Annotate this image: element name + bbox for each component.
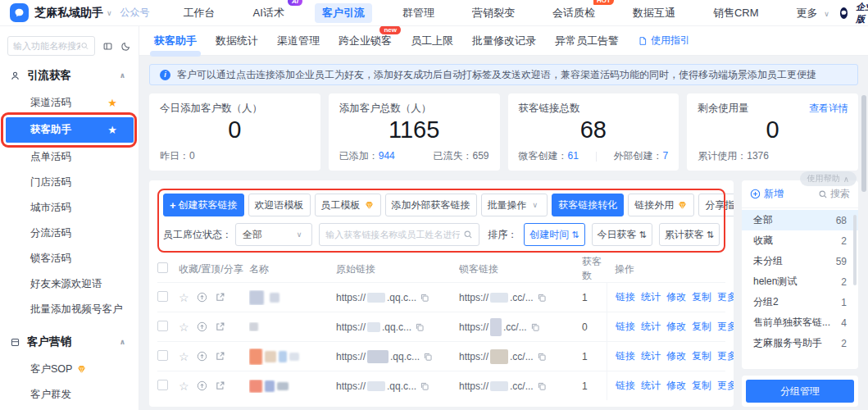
action-link[interactable]: 链接	[616, 349, 635, 363]
group-list-scrollbar[interactable]	[853, 215, 857, 285]
brand-caret-icon[interactable]: ∨	[107, 9, 112, 17]
sidebar-item-city-live-code[interactable]: 城市活码	[0, 195, 139, 221]
copy-icon[interactable]	[415, 322, 425, 332]
action-link[interactable]: 链接	[616, 320, 635, 334]
nav-item-ai-script[interactable]: AI话术AI	[246, 3, 292, 23]
action-edit[interactable]: 修改	[666, 379, 686, 393]
sidebar-item-lock-live-code[interactable]: 锁客活码	[0, 246, 139, 271]
favorite-star-icon[interactable]: ☆	[179, 380, 189, 392]
pin-top-icon[interactable]	[197, 351, 207, 362]
pin-top-icon[interactable]	[197, 380, 207, 391]
share-icon[interactable]	[215, 380, 225, 391]
copy-icon[interactable]	[420, 381, 429, 391]
row-checkbox[interactable]	[157, 321, 168, 331]
group-manage-button[interactable]: 分组管理	[746, 380, 854, 403]
section-lead-acquisition[interactable]: 引流获客 ∧	[0, 56, 139, 90]
action-stats[interactable]: 统计	[641, 379, 661, 393]
group-item-helen-test[interactable]: helen测试2	[742, 271, 858, 292]
action-link[interactable]: 链接	[616, 379, 635, 393]
sidebar-search-input[interactable]	[13, 41, 80, 51]
action-copy[interactable]: 复制	[692, 379, 711, 393]
action-edit[interactable]: 修改	[666, 320, 686, 334]
sort-by-today-acquired[interactable]: 今日获客⇅	[592, 223, 652, 246]
sidebar-item-customer-sop[interactable]: 客户SOP	[0, 357, 139, 382]
nav-item-sales-crm[interactable]: 销售CRM	[706, 3, 766, 23]
seat-status-select[interactable]: 全部∨	[235, 223, 312, 246]
tab-cross-company-lock[interactable]: 跨企业锁客new	[339, 34, 392, 48]
favorite-star-icon[interactable]: ☆	[179, 321, 189, 333]
sidebar-search-box[interactable]	[7, 36, 95, 56]
row-checkbox[interactable]	[157, 291, 168, 302]
nav-item-workbench[interactable]: 工作台	[176, 3, 223, 23]
view-details-link[interactable]: 查看详情	[809, 102, 848, 116]
group-search-button[interactable]: 搜索	[818, 187, 850, 201]
share-icon[interactable]	[215, 351, 225, 362]
copy-icon[interactable]	[537, 381, 547, 391]
row-checkbox[interactable]	[157, 380, 168, 390]
group-item-group2[interactable]: 分组21	[742, 292, 858, 312]
group-item-ungrouped[interactable]: 未分组59	[742, 251, 858, 271]
action-edit[interactable]: 修改	[666, 349, 686, 363]
nav-item-chat-inspection[interactable]: 会话质检HOT	[545, 3, 602, 23]
action-copy[interactable]: 复制	[692, 290, 711, 304]
nav-item-group-management[interactable]: 群管理	[395, 3, 442, 23]
pin-top-icon[interactable]	[197, 292, 207, 303]
link-search-input[interactable]	[325, 230, 460, 239]
tab-batch-modify-log[interactable]: 批量修改记录	[472, 34, 536, 48]
favorite-star-icon[interactable]: ★	[107, 97, 117, 109]
page-scrollbar[interactable]	[861, 95, 866, 192]
action-copy[interactable]: 复制	[692, 320, 711, 334]
group-item-all[interactable]: 全部68	[742, 210, 858, 230]
tab-channel-management[interactable]: 渠道管理	[277, 34, 320, 48]
sort-by-create-time[interactable]: 创建时间⇅	[524, 223, 584, 246]
sidebar-item-split-live-code[interactable]: 分流活码	[0, 221, 139, 246]
collapse-icon[interactable]: ∧	[120, 338, 125, 346]
group-item-favorites[interactable]: 收藏2	[742, 230, 858, 251]
link-search-box[interactable]	[319, 223, 479, 246]
action-link[interactable]: 链接	[616, 290, 635, 304]
action-edit[interactable]: 修改	[666, 290, 686, 304]
sidebar-item-batch-add-video-customers[interactable]: 批量添加视频号客户	[0, 297, 139, 322]
welcome-template-button[interactable]: 欢迎语模板	[248, 194, 311, 216]
copy-icon[interactable]	[537, 293, 547, 303]
copy-icon[interactable]	[537, 352, 547, 362]
sidebar-item-friend-source-welcome[interactable]: 好友来源欢迎语	[0, 271, 139, 297]
share-icon[interactable]	[215, 292, 225, 303]
add-group-button[interactable]: 新增	[750, 187, 784, 201]
sort-by-total-acquired[interactable]: 累计获客⇅	[659, 223, 720, 246]
staff-template-button[interactable]: 员工模板	[315, 194, 381, 216]
action-stats[interactable]: 统计	[641, 320, 661, 334]
nav-item-customer-acquisition[interactable]: 客户引流	[315, 3, 372, 23]
account-type-link[interactable]: 公众号	[120, 6, 150, 20]
group-item-presale-links[interactable]: 售前单独获客链...4	[742, 312, 858, 333]
sidebar-item-store-live-code[interactable]: 门店活码	[0, 170, 139, 195]
favorite-star-icon[interactable]: ★	[107, 124, 117, 136]
copy-icon[interactable]	[530, 322, 540, 332]
favorite-star-icon[interactable]: ☆	[179, 351, 189, 362]
dark-mode-moon-icon[interactable]	[120, 41, 131, 52]
action-stats[interactable]: 统计	[641, 349, 661, 363]
usage-help-collapsed-tab[interactable]: 使用帮助∧	[800, 171, 857, 186]
tab-staff-limit[interactable]: 员工上限	[411, 34, 453, 48]
action-copy[interactable]: 复制	[692, 349, 711, 363]
select-all-checkbox[interactable]	[157, 262, 168, 273]
copy-icon[interactable]	[420, 293, 429, 303]
section-customer-marketing[interactable]: 客户营销 ∧	[0, 322, 139, 357]
action-stats[interactable]: 统计	[641, 290, 661, 304]
tab-abnormal-staff-alert[interactable]: 异常员工告警	[555, 34, 619, 48]
collapse-icon[interactable]: ∧	[120, 71, 125, 80]
create-link-button[interactable]: +创建获客链接	[163, 194, 244, 216]
add-external-link-button[interactable]: 添加外部获客链接	[385, 194, 477, 216]
pin-top-icon[interactable]	[197, 321, 207, 332]
tab-data-statistics[interactable]: 数据统计	[216, 34, 258, 48]
action-more[interactable]: 更多	[717, 349, 734, 363]
group-item-service-assistant[interactable]: 芝麻服务号助手2	[742, 333, 858, 353]
sidebar-item-channel-live-code[interactable]: 渠道活码★	[0, 90, 139, 116]
favorite-star-icon[interactable]: ☆	[179, 292, 189, 303]
link-conversion-button[interactable]: 获客链接转化	[552, 194, 624, 216]
share-icon[interactable]	[215, 321, 225, 332]
share-metrics-button[interactable]: 分享指标	[698, 194, 734, 216]
tab-acquisition-assistant[interactable]: 获客助手	[154, 34, 197, 48]
link-external-use-button[interactable]: 链接外用	[628, 194, 694, 216]
nav-item-more[interactable]: 更多 ∨	[789, 3, 840, 23]
